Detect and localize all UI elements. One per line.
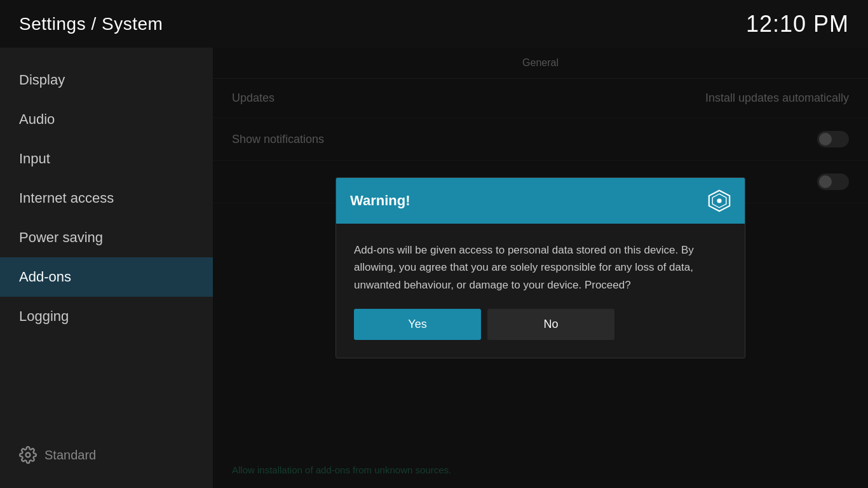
sidebar-item-display[interactable]: Display bbox=[0, 60, 213, 100]
sidebar-item-input[interactable]: Input bbox=[0, 139, 213, 179]
modal-message: Add-ons will be given access to personal… bbox=[354, 241, 727, 294]
sidebar-item-audio[interactable]: Audio bbox=[0, 100, 213, 139]
kodi-logo-icon bbox=[708, 189, 731, 212]
main-content: General Updates Install updates automati… bbox=[213, 48, 868, 488]
sidebar: Display Audio Input Internet access Powe… bbox=[0, 48, 213, 488]
page-title: Settings / System bbox=[19, 14, 163, 34]
modal-title: Warning! bbox=[350, 193, 410, 209]
modal-header: Warning! bbox=[336, 178, 745, 224]
sidebar-item-power-saving[interactable]: Power saving bbox=[0, 218, 213, 257]
gear-icon bbox=[19, 446, 37, 464]
warning-modal: Warning! Add-ons will be given access to… bbox=[336, 177, 745, 358]
svg-point-3 bbox=[717, 199, 721, 203]
modal-buttons: Yes No bbox=[336, 309, 745, 358]
no-button[interactable]: No bbox=[487, 309, 614, 340]
yes-button[interactable]: Yes bbox=[354, 309, 481, 340]
modal-body: Add-ons will be given access to personal… bbox=[336, 224, 745, 309]
svg-point-0 bbox=[26, 453, 31, 458]
clock: 12:10 PM bbox=[746, 11, 849, 37]
modal-overlay: Warning! Add-ons will be given access to… bbox=[213, 48, 868, 488]
sidebar-item-add-ons[interactable]: Add-ons bbox=[0, 257, 213, 297]
header: Settings / System 12:10 PM bbox=[0, 0, 868, 48]
sidebar-standard-label: Standard bbox=[44, 448, 96, 463]
sidebar-item-internet-access[interactable]: Internet access bbox=[0, 179, 213, 218]
sidebar-bottom: Standard bbox=[0, 435, 213, 475]
sidebar-item-logging[interactable]: Logging bbox=[0, 297, 213, 336]
layout: Display Audio Input Internet access Powe… bbox=[0, 48, 868, 488]
